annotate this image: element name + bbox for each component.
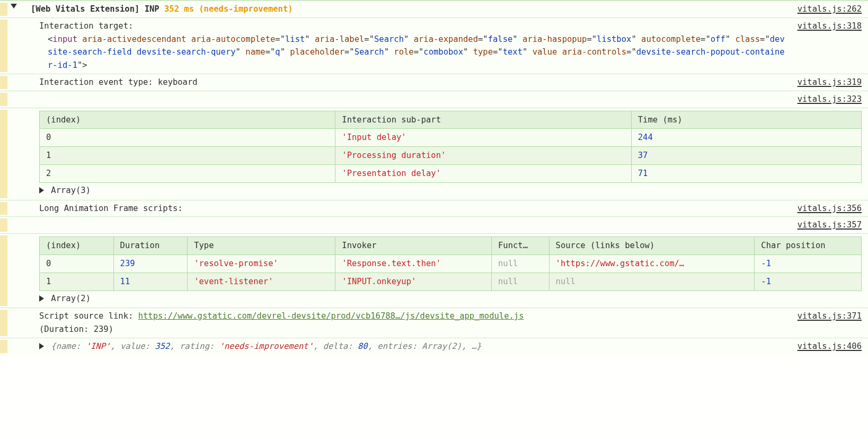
table-row: 2'Presentation delay'71 xyxy=(40,164,862,182)
table-header: Funct… xyxy=(492,237,550,255)
console-table: (index)Interaction sub-partTime (ms)0'In… xyxy=(39,111,862,183)
table-row: 0'Input delay'244 xyxy=(40,129,862,147)
table-array-summary[interactable]: Array(3) xyxy=(39,183,862,197)
table-row: 1'Processing duration'37 xyxy=(40,147,862,165)
source-link[interactable]: vitals.js:318 xyxy=(787,20,862,33)
source-link[interactable]: vitals.js:357 xyxy=(787,218,862,232)
table-row: 0239'resolve-promise''Response.text.then… xyxy=(40,254,862,273)
expand-toggle[interactable] xyxy=(7,3,31,8)
source-link[interactable]: vitals.js:356 xyxy=(787,202,862,215)
table-header: Type xyxy=(188,237,335,255)
chevron-right-icon xyxy=(39,187,44,194)
table-header: (index) xyxy=(40,237,114,255)
chevron-right-icon xyxy=(39,295,44,302)
script-source-duration: (Duration: 239) xyxy=(39,324,113,334)
object-summary[interactable]: {name: 'INP', value: 352, rating: 'needs… xyxy=(39,340,787,353)
script-source-url[interactable]: https://www.gstatic.com/devrel-devsite/p… xyxy=(138,311,524,321)
console-header-value: 352 ms (needs-improvement) xyxy=(164,4,293,14)
source-link[interactable]: vitals.js:323 xyxy=(787,93,862,106)
table-header: (index) xyxy=(40,111,335,129)
source-link[interactable]: vitals.js:262 xyxy=(787,3,862,16)
console-text: Interaction event type: keyboard xyxy=(39,76,787,89)
chevron-down-icon xyxy=(11,4,17,8)
console-table: (index)DurationTypeInvokerFunct…Source (… xyxy=(39,236,862,291)
table-header: Time (ms) xyxy=(631,111,861,129)
source-link[interactable]: vitals.js:371 xyxy=(787,310,862,323)
console-header-prefix: [Web Vitals Extension] INP xyxy=(31,4,164,14)
table-row: 111'event-listener''INPUT.onkeyup'nullnu… xyxy=(40,273,862,291)
table-header: Duration xyxy=(113,237,188,255)
source-link[interactable]: vitals.js:319 xyxy=(787,76,862,89)
source-link[interactable]: vitals.js:406 xyxy=(787,340,862,353)
table-header: Source (links below) xyxy=(549,237,755,255)
script-source-label: Script source link: xyxy=(39,311,138,321)
console-text: Long Animation Frame scripts: xyxy=(39,202,787,215)
interaction-target-element: <input aria-activedescendant aria-autoco… xyxy=(39,33,787,72)
table-header: Invoker xyxy=(335,237,492,255)
table-header: Interaction sub-part xyxy=(335,111,631,129)
chevron-right-icon xyxy=(39,343,44,349)
interaction-target-label: Interaction target: xyxy=(39,20,787,33)
table-array-summary[interactable]: Array(2) xyxy=(39,291,862,305)
table-header: Char position xyxy=(755,237,862,255)
